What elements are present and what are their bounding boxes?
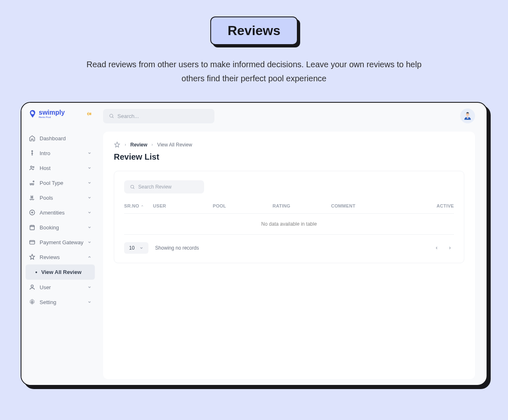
sidebar-item-booking[interactable]: Booking xyxy=(26,220,95,235)
svg-point-8 xyxy=(31,285,33,287)
prev-page-button[interactable] xyxy=(433,244,441,252)
sidebar-item-amenities[interactable]: Amentities xyxy=(26,205,95,220)
sidebar-item-label: Reviews xyxy=(40,254,60,260)
gear-icon xyxy=(29,299,35,305)
chevron-down-icon xyxy=(87,181,92,185)
page-header-description: Read reviews from other users to make in… xyxy=(77,57,431,85)
column-comment[interactable]: COMMENT xyxy=(331,203,400,208)
svg-point-13 xyxy=(131,185,134,188)
svg-point-2 xyxy=(31,166,32,168)
avatar-icon xyxy=(462,110,473,122)
sidebar-item-label: Setting xyxy=(40,299,56,305)
chevron-up-icon xyxy=(87,255,92,259)
page-header-badge: Reviews xyxy=(210,17,298,45)
sidebar-item-payment-gateway[interactable]: Payment Gateway xyxy=(26,235,95,250)
chevron-down-icon xyxy=(87,151,92,155)
sidebar: swimply Rents Pool Dashboard Intro xyxy=(21,103,99,385)
chevron-left-icon xyxy=(435,246,439,250)
chevron-down-icon xyxy=(87,300,92,304)
avatar[interactable] xyxy=(460,109,475,123)
logo-text: swimply xyxy=(39,109,65,116)
star-icon xyxy=(114,142,120,148)
sidebar-item-user[interactable]: User xyxy=(26,280,95,295)
breadcrumb-item: View All Review xyxy=(157,142,192,148)
column-rating[interactable]: RATING xyxy=(273,203,331,208)
svg-rect-6 xyxy=(30,225,35,230)
chevron-down-icon xyxy=(87,240,92,244)
sidebar-item-label: Pools xyxy=(40,195,53,201)
sidebar-item-setting[interactable]: Setting xyxy=(26,295,95,309)
chevron-right-icon xyxy=(124,143,127,146)
search-icon xyxy=(130,184,135,190)
nav-list: Dashboard Intro Host Po xyxy=(26,126,95,309)
app-window: swimply Rents Pool Dashboard Intro xyxy=(21,102,487,386)
chevron-down-icon xyxy=(87,196,92,200)
sidebar-item-label: Dashboard xyxy=(40,135,66,142)
swim-icon xyxy=(29,179,35,186)
content-card: Review View All Review Review List SR.NO xyxy=(103,132,475,379)
chevron-down-icon xyxy=(87,166,92,170)
sidebar-item-intro[interactable]: Intro xyxy=(26,146,95,160)
sidebar-item-reviews[interactable]: Reviews xyxy=(26,250,95,264)
home-icon xyxy=(29,135,35,142)
credit-card-icon xyxy=(29,239,35,245)
chevron-right-icon xyxy=(151,143,154,146)
sidebar-item-label: Booking xyxy=(40,224,59,231)
person-icon xyxy=(29,150,35,156)
svg-point-3 xyxy=(33,167,34,168)
svg-rect-7 xyxy=(30,241,35,244)
page-size-select[interactable]: 10 xyxy=(124,242,148,254)
pool-icon xyxy=(29,194,35,201)
calendar-icon xyxy=(29,224,35,231)
breadcrumb: Review View All Review xyxy=(114,142,464,148)
main-area: Review View All Review Review List SR.NO xyxy=(99,103,487,385)
list-card: SR.NO USER POOL RATING COMMENT ACTIVE No… xyxy=(114,171,464,263)
svg-point-4 xyxy=(33,181,34,182)
column-active[interactable]: ACTIVE xyxy=(400,203,454,208)
chevron-down-icon xyxy=(87,210,92,215)
pagination xyxy=(433,244,454,252)
review-search[interactable] xyxy=(124,180,204,193)
empty-state: No data available in table xyxy=(124,214,454,235)
svg-point-10 xyxy=(110,114,113,117)
bullet-icon xyxy=(35,271,37,273)
page-title: Review List xyxy=(114,152,464,162)
sidebar-item-dashboard[interactable]: Dashboard xyxy=(26,131,95,146)
page-size-value: 10 xyxy=(129,245,134,251)
sidebar-subitem-view-all-review[interactable]: View All Review xyxy=(26,264,95,280)
records-text: Showing no records xyxy=(155,245,199,251)
next-page-button[interactable] xyxy=(446,244,454,252)
collapse-sidebar-icon[interactable] xyxy=(86,111,92,117)
search-icon xyxy=(109,113,114,119)
sidebar-item-label: Payment Gateway xyxy=(40,239,83,245)
sidebar-item-pools[interactable]: Pools xyxy=(26,190,95,205)
logo-icon xyxy=(28,109,37,118)
sidebar-item-label: Amentities xyxy=(40,210,65,216)
sidebar-item-label: User xyxy=(40,284,51,290)
plus-circle-icon xyxy=(29,209,35,216)
table-header: SR.NO USER POOL RATING COMMENT ACTIVE xyxy=(124,203,454,214)
chevron-right-icon xyxy=(448,246,452,250)
sidebar-item-label: Intro xyxy=(40,150,50,156)
svg-point-1 xyxy=(32,151,33,152)
review-search-input[interactable] xyxy=(138,184,198,190)
column-user[interactable]: USER xyxy=(153,203,213,208)
user-icon xyxy=(29,284,35,290)
table-footer: 10 Showing no records xyxy=(124,235,454,254)
sidebar-item-pool-type[interactable]: Pool Type xyxy=(26,175,95,190)
logo[interactable]: swimply Rents Pool xyxy=(28,109,65,118)
column-srno[interactable]: SR.NO xyxy=(124,203,153,208)
logo-tagline: Rents Pool xyxy=(39,116,65,118)
chevron-down-icon xyxy=(139,246,143,250)
column-pool[interactable]: POOL xyxy=(213,203,273,208)
global-search[interactable] xyxy=(103,109,214,123)
breadcrumb-item[interactable]: Review xyxy=(130,142,147,148)
sort-asc-icon xyxy=(141,204,144,208)
sidebar-item-host[interactable]: Host xyxy=(26,160,95,175)
global-search-input[interactable] xyxy=(118,113,209,119)
star-icon xyxy=(29,254,35,260)
users-icon xyxy=(29,165,35,171)
chevron-down-icon xyxy=(87,225,92,229)
svg-point-9 xyxy=(31,301,33,303)
logo-row: swimply Rents Pool xyxy=(26,109,95,126)
